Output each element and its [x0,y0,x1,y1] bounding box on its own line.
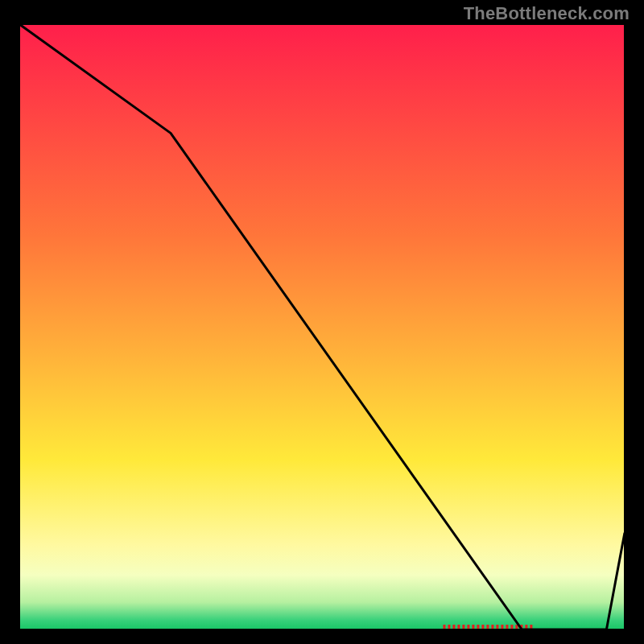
attribution-label: TheBottleneck.com [464,3,630,24]
plot-area [19,24,625,630]
chart-container: TheBottleneck.com [0,0,644,644]
bottleneck-chart [0,0,644,644]
